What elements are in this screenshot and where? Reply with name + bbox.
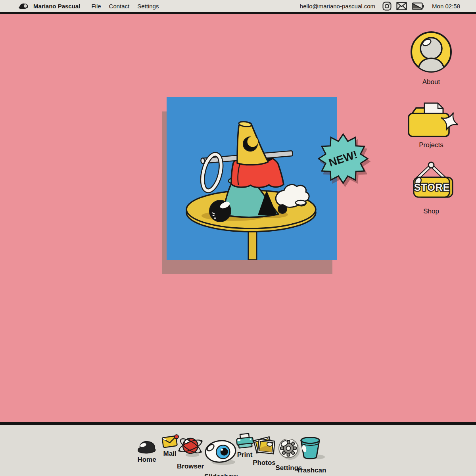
dock: Home Mail Browser xyxy=(0,422,476,476)
featured-artwork-illustration xyxy=(167,97,337,260)
status-area: hello@mariano-pascual.com Mon 02:58 xyxy=(300,2,460,11)
desktop-icon-label: Projects xyxy=(419,141,443,149)
desktop-icon-about[interactable]: About xyxy=(401,30,461,86)
app-name: Mariano Pascual xyxy=(33,3,80,10)
dock-item-label: Slideshow xyxy=(204,473,238,476)
email-link[interactable]: hello@mariano-pascual.com xyxy=(300,3,375,10)
about-avatar-icon xyxy=(409,30,453,74)
dock-item-trashcan[interactable]: Trashcan xyxy=(287,436,336,474)
menu-item-contact[interactable]: Contact xyxy=(109,3,130,10)
menu-bar: Mariano Pascual File Contact Settings he… xyxy=(0,0,476,14)
svg-text:STORE: STORE xyxy=(414,182,450,193)
desktop-icon-label: Shop xyxy=(423,207,439,215)
store-sign-icon: STORE xyxy=(407,160,455,201)
desktop: NEW! About Projects xyxy=(0,14,476,422)
battery-icon xyxy=(412,2,424,10)
desktop-icon-label: About xyxy=(422,78,440,86)
instagram-icon[interactable] xyxy=(382,2,392,11)
desktop-icon-shop[interactable]: STORE Shop xyxy=(401,160,461,215)
menu-item-file[interactable]: File xyxy=(91,3,101,10)
new-badge: NEW! xyxy=(318,133,369,184)
blob-logo-icon[interactable] xyxy=(18,3,29,10)
artwork-window[interactable] xyxy=(167,97,337,260)
mail-icon[interactable] xyxy=(396,2,407,10)
desktop-icon-projects[interactable]: Projects xyxy=(401,101,461,149)
menu-item-settings[interactable]: Settings xyxy=(137,3,159,10)
trashcan-icon xyxy=(298,436,325,460)
projects-folder-icon xyxy=(405,101,458,139)
clock: Mon 02:58 xyxy=(432,3,460,10)
dock-item-label: Trashcan xyxy=(297,466,326,474)
